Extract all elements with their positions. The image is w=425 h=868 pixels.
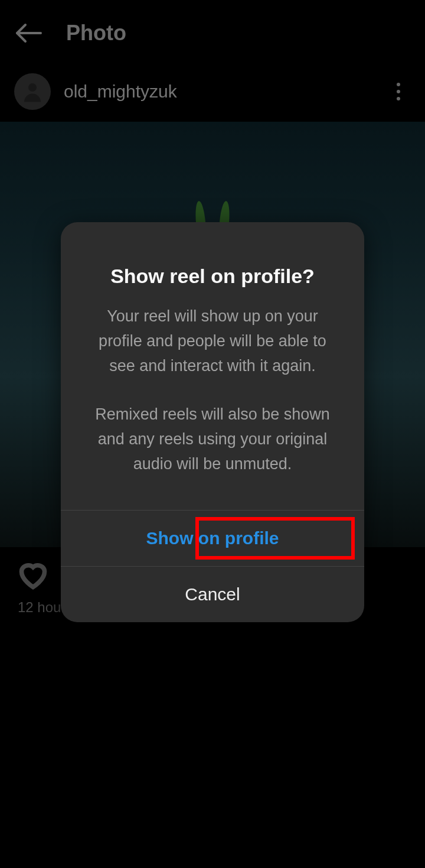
dialog-body: Your reel will show up on your profile a… — [61, 304, 364, 509]
modal-overlay: Show reel on profile? Your reel will sho… — [0, 0, 425, 868]
dialog-body-p2: Remixed reels will also be shown and any… — [89, 402, 336, 477]
show-on-profile-label: Show on profile — [146, 528, 279, 548]
cancel-button[interactable]: Cancel — [61, 566, 364, 622]
dialog-title: Show reel on profile? — [61, 222, 364, 304]
cancel-label: Cancel — [185, 584, 240, 604]
show-on-profile-button[interactable]: Show on profile — [61, 510, 364, 566]
confirm-dialog: Show reel on profile? Your reel will sho… — [61, 222, 364, 622]
dialog-body-p1: Your reel will show up on your profile a… — [89, 304, 336, 379]
